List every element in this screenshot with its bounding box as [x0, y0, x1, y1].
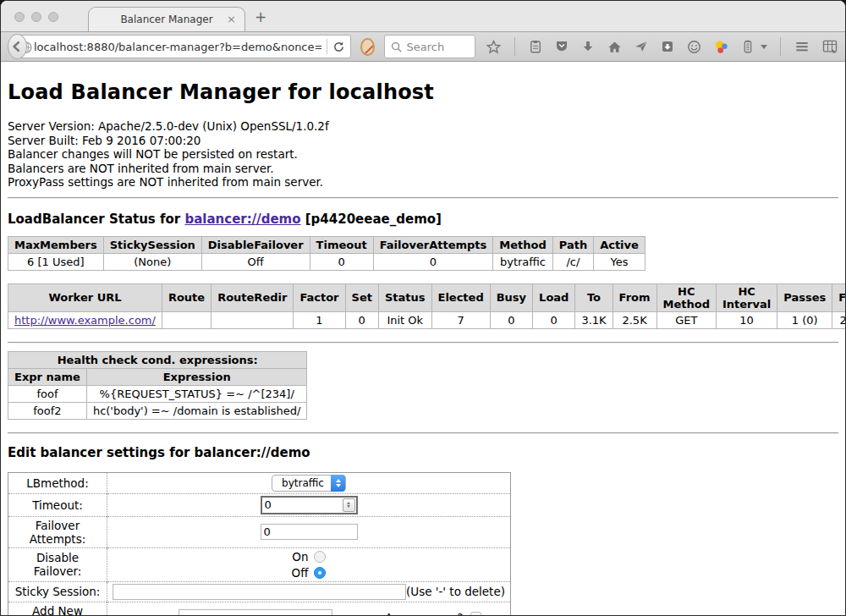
radio-on-label: On	[292, 550, 308, 564]
url-bar[interactable]: localhost:8880/balancer-manager?b=demo&n…	[14, 35, 351, 58]
persist-notice-line: Balancer changes will NOT be persisted o…	[8, 147, 838, 162]
radio-off-label: Off	[292, 566, 309, 580]
table-header-row: Worker URL Route RouteRedir Factor Set S…	[8, 283, 846, 311]
box-download-icon	[660, 39, 675, 54]
col-from: From	[613, 283, 656, 311]
reload-icon[interactable]	[332, 41, 345, 53]
divider	[8, 197, 838, 199]
cell-disablefailover: Off	[201, 253, 310, 270]
add-worker-input[interactable]	[179, 609, 332, 616]
table-row: 6 [1 Used] (None) Off 0 0 bytraffic /c/ …	[8, 253, 645, 270]
disable-failover-on-radio[interactable]	[314, 551, 326, 563]
send-tab-button[interactable]	[634, 39, 649, 54]
proxypass-notice-line: ProxyPass settings are NOT inherited fro…	[8, 175, 838, 190]
col-factor: Factor	[294, 283, 345, 311]
number-spinner-icon[interactable]	[343, 498, 355, 512]
select-stepper-icon	[331, 475, 345, 492]
col-set: Set	[345, 283, 378, 311]
col-passes: Passes	[777, 283, 832, 311]
cell-status: Init Ok	[378, 311, 431, 328]
cell-hc-interval: 10	[716, 311, 777, 328]
are-you-sure-checkbox[interactable]	[470, 612, 481, 616]
cell-stickysession: (None)	[103, 253, 201, 270]
search-placeholder: Search	[407, 41, 445, 53]
col-active: Active	[594, 236, 645, 253]
url-text[interactable]: localhost:8880/balancer-manager?b=demo&n…	[34, 41, 321, 53]
sticky-session-label: Sticky Session:	[8, 581, 107, 602]
colordots-extension-button[interactable]	[713, 39, 729, 55]
cell-fails: 2 (0)	[832, 311, 846, 328]
cell-expr-name: foof	[8, 385, 87, 402]
worker-status-table: Worker URL Route RouteRedir Factor Set S…	[8, 283, 846, 329]
server-built-line: Server Built: Feb 9 2016 07:00:20	[8, 134, 838, 148]
tab-close-icon[interactable]: ×	[227, 13, 236, 25]
zoom-window-button[interactable]	[48, 12, 58, 22]
col-status: Status	[378, 283, 431, 311]
back-button[interactable]	[8, 34, 27, 59]
new-tab-button[interactable]: +	[255, 8, 266, 25]
search-bar[interactable]: Search	[384, 35, 475, 58]
disable-failover-row: Disable Failover: On Off	[8, 547, 511, 581]
col-to: To	[575, 283, 613, 311]
content-blocked-icon[interactable]	[360, 38, 375, 56]
close-window-button[interactable]	[14, 12, 25, 22]
worker-row: http://www.example.com/ 1 0 Init Ok 7 0 …	[8, 311, 846, 328]
col-hc-interval: HC Interval	[716, 283, 777, 311]
col-timeout: Timeout	[310, 236, 373, 253]
cell-hc-method: GET	[656, 311, 716, 328]
cell-path: /c/	[552, 253, 593, 270]
toolbar-divider-2	[780, 37, 781, 56]
feedback-button[interactable]	[686, 39, 702, 55]
window-controls	[14, 12, 58, 22]
screenshot-tool-button[interactable]	[821, 38, 838, 55]
col-expr-name: Expr name	[8, 368, 87, 385]
reading-list-button[interactable]	[528, 39, 543, 54]
timeout-label: Timeout:	[8, 493, 107, 516]
col-route: Route	[162, 283, 211, 311]
tab-balancer-manager[interactable]: Balancer Manager ×	[88, 7, 245, 31]
battery-icon	[740, 39, 755, 54]
cell-method: bytraffic	[493, 253, 552, 270]
back-arrow-icon	[10, 40, 24, 53]
disable-failover-off-radio[interactable]	[314, 567, 326, 579]
balancer-demo-link[interactable]: balancer://demo	[184, 212, 300, 227]
status-prefix: LoadBalancer Status for	[8, 212, 184, 227]
sticky-session-input[interactable]	[113, 584, 406, 600]
tab-title: Balancer Manager	[120, 14, 212, 25]
cell-worker-url: http://www.example.com/	[8, 311, 162, 328]
lbmethod-row: LBmethod: bytraffic	[8, 472, 511, 493]
col-disablefailover: DisableFailover	[201, 236, 310, 253]
downloads-button[interactable]	[580, 39, 596, 54]
lbmethod-select[interactable]: bytraffic	[272, 475, 346, 492]
cell-timeout: 0	[310, 253, 373, 270]
chevron-down-icon[interactable]	[761, 45, 767, 49]
timeout-row: Timeout:	[8, 493, 511, 516]
toolbar-divider	[514, 37, 515, 56]
health-table-title: Health check cond. expressions:	[8, 351, 307, 368]
add-worker-label: Add New Worker:	[8, 602, 107, 616]
url-divider	[327, 39, 327, 54]
star-icon	[486, 39, 502, 55]
col-load: Load	[533, 283, 575, 311]
extension-button[interactable]	[660, 39, 675, 54]
home-button[interactable]	[607, 39, 623, 55]
disable-failover-label: Disable Failover:	[8, 547, 107, 581]
cell-passes: 1 (0)	[777, 311, 832, 328]
col-busy: Busy	[490, 283, 532, 311]
col-routeredir: RouteRedir	[212, 283, 294, 311]
failover-attempts-label: Failover Attempts:	[8, 516, 107, 547]
failover-attempts-input[interactable]	[261, 524, 358, 540]
minimize-window-button[interactable]	[31, 12, 41, 22]
lbmethod-label: LBmethod:	[8, 472, 107, 493]
worker-url-link[interactable]: http://www.example.com/	[14, 314, 156, 327]
bookmark-star-button[interactable]	[486, 39, 502, 55]
home-icon	[607, 39, 623, 55]
health-header-row: Expr name Expression	[8, 368, 307, 385]
color-dots-icon	[713, 39, 729, 55]
page-content: Load Balancer Manager for localhost Serv…	[1, 62, 845, 615]
timeout-input[interactable]	[262, 498, 343, 511]
battery-extension-button[interactable]	[740, 39, 755, 54]
menu-button[interactable]	[794, 38, 810, 55]
pocket-button[interactable]	[554, 39, 569, 54]
hamburger-icon	[794, 38, 810, 55]
